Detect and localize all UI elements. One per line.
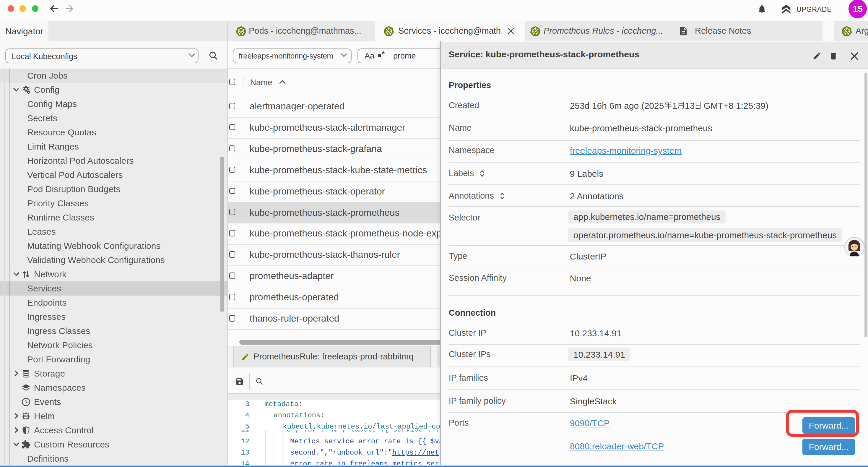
- svg-text:HELM: HELM: [23, 415, 29, 417]
